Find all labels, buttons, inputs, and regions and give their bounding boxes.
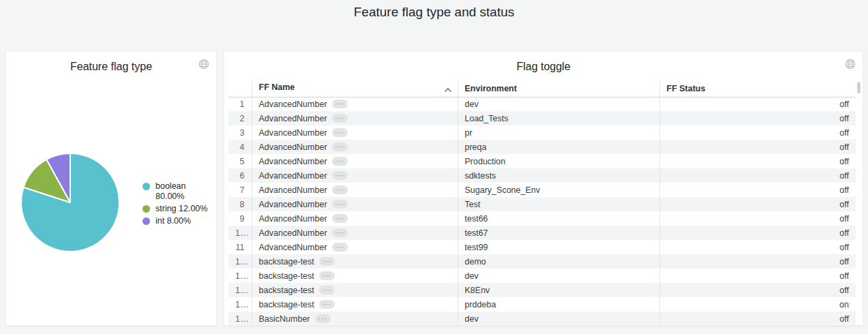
- panel-title: Feature flag type: [6, 61, 216, 73]
- ff-name-text: AdvancedNumber: [259, 228, 327, 238]
- cell-environment: K8Env: [458, 283, 659, 297]
- row-number: 9: [228, 211, 252, 226]
- table-row: 4AdvancedNumber···preqaoff: [228, 140, 856, 154]
- row-ellipsis-icon[interactable]: ···: [332, 128, 348, 137]
- pie-legend: boolean80.00%string 12.00%int 8.00%: [143, 181, 207, 226]
- row-ellipsis-icon[interactable]: ···: [319, 257, 335, 266]
- row-number: 11: [228, 240, 252, 254]
- row-ellipsis-icon[interactable]: ···: [332, 171, 348, 180]
- cell-ff-name: AdvancedNumber···: [252, 168, 458, 183]
- cell-ff-status: off: [659, 140, 856, 154]
- legend-label: int 8.00%: [155, 216, 191, 226]
- ff-name-text: AdvancedNumber: [259, 114, 327, 123]
- ff-name-text: backstage-test: [259, 257, 314, 267]
- pie-svg: [19, 151, 121, 254]
- cell-ff-status: off: [659, 254, 856, 269]
- row-ellipsis-icon[interactable]: ···: [315, 314, 331, 323]
- legend-item-int[interactable]: int 8.00%: [143, 216, 207, 226]
- table-row: 5AdvancedNumber···Productionoff: [228, 154, 856, 168]
- cell-ff-status: on: [659, 297, 856, 312]
- header-ff-status[interactable]: FF Status: [659, 81, 856, 97]
- row-number: 5: [228, 154, 252, 168]
- cell-ff-name: AdvancedNumber···: [252, 111, 458, 125]
- row-number: 16: [228, 312, 252, 326]
- cell-environment: dev: [458, 97, 659, 111]
- panel-links-globe-icon[interactable]: [198, 59, 209, 70]
- cell-environment: demo: [458, 254, 659, 269]
- row-number: 2: [228, 111, 252, 125]
- row-ellipsis-icon[interactable]: ···: [319, 271, 335, 280]
- ff-name-text: AdvancedNumber: [259, 243, 327, 252]
- table-row: 7AdvancedNumber···Sugary_Scone_Envoff: [228, 183, 856, 197]
- cell-ff-status: off: [659, 183, 856, 197]
- cell-ff-name: backstage-test···: [252, 254, 458, 269]
- panel-flag-toggle: Flag toggle FF Name: [224, 51, 863, 326]
- cell-environment: pr: [458, 125, 659, 140]
- cell-ff-status: off: [659, 269, 856, 283]
- row-number: 4: [228, 140, 252, 154]
- cell-ff-status: off: [659, 283, 856, 297]
- panel-links-globe-icon[interactable]: [845, 59, 856, 70]
- row-ellipsis-icon[interactable]: ···: [319, 286, 335, 294]
- row-ellipsis-icon[interactable]: ···: [332, 114, 348, 123]
- ff-name-text: backstage-test: [259, 300, 314, 309]
- cell-ff-name: backstage-test···: [252, 297, 458, 312]
- table-row: 15backstage-test···prddebaon: [228, 297, 856, 312]
- ff-name-text: AdvancedNumber: [259, 128, 327, 138]
- cell-environment: Load_Tests: [458, 111, 659, 125]
- legend-label: boolean80.00%: [155, 181, 186, 202]
- cell-environment: dev: [458, 312, 659, 326]
- ff-name-text: AdvancedNumber: [259, 100, 327, 109]
- legend-color-dot: [143, 205, 150, 213]
- panel-title: Flag toggle: [224, 61, 863, 73]
- ff-name-text: backstage-test: [259, 286, 314, 295]
- table-row: 1AdvancedNumber···devoff: [228, 97, 856, 111]
- legend-label: string 12.00%: [155, 204, 207, 214]
- row-ellipsis-icon[interactable]: ···: [332, 228, 348, 237]
- cell-ff-name: AdvancedNumber···: [252, 226, 458, 240]
- row-ellipsis-icon[interactable]: ···: [332, 142, 348, 151]
- flag-table: FF Name Environment FF Status 1AdvancedN…: [228, 81, 856, 326]
- row-number: 12: [228, 254, 252, 269]
- row-ellipsis-icon[interactable]: ···: [319, 300, 335, 309]
- legend-color-dot: [143, 183, 150, 190]
- cell-ff-name: AdvancedNumber···: [252, 240, 458, 254]
- row-ellipsis-icon[interactable]: ···: [332, 200, 348, 209]
- row-number: 10: [228, 226, 252, 240]
- row-ellipsis-icon[interactable]: ···: [332, 243, 348, 252]
- cell-ff-status: off: [659, 211, 856, 226]
- cell-ff-status: off: [659, 168, 856, 183]
- cell-ff-name: BasicNumber···: [252, 312, 458, 326]
- cell-ff-status: off: [659, 240, 856, 254]
- cell-ff-name: AdvancedNumber···: [252, 183, 458, 197]
- table-row: 10AdvancedNumber···test67off: [228, 226, 856, 240]
- cell-environment: Test: [458, 197, 659, 211]
- header-environment[interactable]: Environment: [458, 81, 659, 97]
- cell-ff-name: AdvancedNumber···: [252, 97, 458, 111]
- row-number: 7: [228, 183, 252, 197]
- sort-ascending-icon[interactable]: [444, 85, 452, 95]
- row-number: 8: [228, 197, 252, 211]
- cell-ff-name: AdvancedNumber···: [252, 197, 458, 211]
- row-number: 3: [228, 125, 252, 140]
- cell-ff-name: backstage-test···: [252, 283, 458, 297]
- row-ellipsis-icon[interactable]: ···: [332, 185, 348, 194]
- dashboard-title: Feature flag type and status: [0, 5, 868, 20]
- cell-environment: test67: [458, 226, 659, 240]
- legend-item-boolean[interactable]: boolean80.00%: [143, 181, 207, 202]
- row-ellipsis-icon[interactable]: ···: [332, 100, 348, 108]
- ff-name-text: BasicNumber: [259, 314, 310, 324]
- cell-environment: preqa: [458, 140, 659, 154]
- cell-ff-name: AdvancedNumber···: [252, 125, 458, 140]
- header-row-number: [228, 81, 252, 97]
- row-number: 6: [228, 168, 252, 183]
- table-row: 8AdvancedNumber···Testoff: [228, 197, 856, 211]
- row-ellipsis-icon[interactable]: ···: [332, 157, 348, 166]
- vertical-scrollbar-thumb[interactable]: [857, 82, 860, 93]
- table-row: 3AdvancedNumber···proff: [228, 125, 856, 140]
- legend-item-string[interactable]: string 12.00%: [143, 204, 207, 214]
- row-ellipsis-icon[interactable]: ···: [332, 214, 348, 223]
- header-ff-name-label: FF Name: [259, 82, 295, 92]
- panel-feature-flag-type: Feature flag type boolean80.00%string 12…: [5, 51, 217, 326]
- header-ff-name[interactable]: FF Name: [252, 81, 458, 97]
